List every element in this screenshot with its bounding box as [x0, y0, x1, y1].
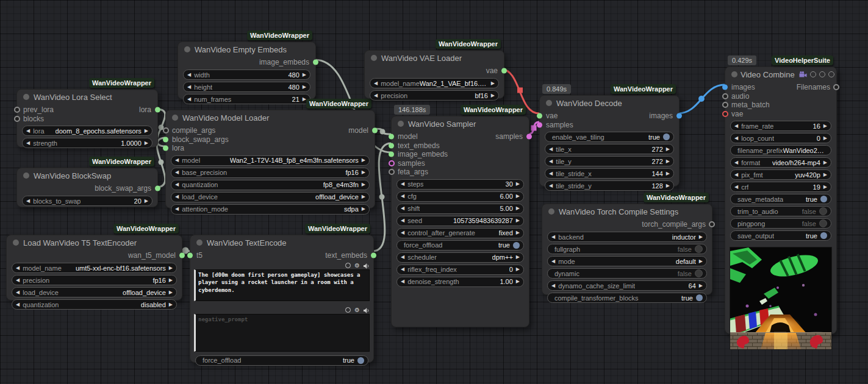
- decrement-icon[interactable]: [175, 158, 179, 163]
- collapse-dot-icon[interactable]: [371, 55, 377, 61]
- node-wanvideo-textencode[interactable]: WanVideoWrapper WanVideo TextEncode t5 t…: [190, 235, 374, 363]
- decrement-icon[interactable]: [175, 194, 179, 199]
- node-graph-canvas[interactable]: WanVideoWrapper WanVideo Lora Select pre…: [0, 0, 868, 384]
- widget-steps[interactable]: steps30: [396, 179, 524, 190]
- decrement-icon[interactable]: [734, 124, 738, 129]
- increment-icon[interactable]: [491, 81, 495, 86]
- node-titlebar[interactable]: WanVideo BlockSwap: [17, 168, 157, 183]
- increment-icon[interactable]: [516, 206, 520, 211]
- toggle-knob[interactable]: [820, 196, 827, 202]
- increment-icon[interactable]: [516, 194, 520, 199]
- decrement-icon[interactable]: [549, 147, 553, 152]
- widget-compile-transformer-blocks[interactable]: compile_transformer_blockstrue: [547, 293, 707, 303]
- decrement-icon[interactable]: [734, 160, 738, 165]
- port-dot[interactable]: [722, 85, 728, 90]
- node-wanvideo-decode[interactable]: 0.849s WanVideoWrapper WanVideo Decode v…: [539, 95, 680, 187]
- speaker-icon[interactable]: [364, 305, 370, 316]
- node-titlebar[interactable]: Video Combine ?: [725, 67, 836, 82]
- increment-icon[interactable]: [169, 266, 173, 271]
- widget-dynamic[interactable]: dynamicfalse: [547, 268, 707, 279]
- collapse-dot-icon[interactable]: [184, 46, 190, 52]
- port-dot[interactable]: [526, 134, 532, 140]
- port-dot[interactable]: [372, 128, 378, 133]
- widget-precision[interactable]: precisionfp16: [12, 275, 177, 285]
- decrement-icon[interactable]: [175, 182, 179, 187]
- collapse-dot-icon[interactable]: [172, 115, 178, 121]
- decrement-icon[interactable]: [401, 230, 404, 235]
- gear-icon[interactable]: [354, 308, 360, 313]
- decrement-icon[interactable]: [16, 266, 20, 271]
- widget-format[interactable]: formatvideo/h264-mp4: [730, 157, 831, 168]
- widget-crf[interactable]: crf19: [730, 182, 831, 192]
- collapse-dot-icon[interactable]: [398, 121, 404, 127]
- increment-icon[interactable]: [699, 283, 703, 288]
- node-titlebar[interactable]: WanVideo Empty Embeds: [178, 42, 315, 57]
- decrement-icon[interactable]: [175, 207, 179, 212]
- increment-icon[interactable]: [362, 194, 365, 199]
- increment-icon[interactable]: [823, 185, 827, 190]
- circle-icon[interactable]: [345, 307, 351, 313]
- widget-tile-stride-x[interactable]: tile_stride_x144: [545, 168, 674, 179]
- widget-frame-rate[interactable]: frame_rate16: [730, 121, 831, 131]
- node-wanvideo-vae-loader[interactable]: WanVideoWrapper WanVideo VAE Loader vae …: [364, 50, 504, 99]
- port-dot[interactable]: [537, 113, 542, 119]
- badge-icon-2[interactable]: [819, 71, 825, 77]
- collapse-dot-icon[interactable]: [546, 100, 552, 106]
- widget-loop-count[interactable]: loop_count0: [730, 133, 831, 143]
- gear-icon[interactable]: [354, 263, 360, 268]
- increment-icon[interactable]: [666, 183, 670, 188]
- widget-scheduler[interactable]: schedulerdpm++: [396, 252, 524, 263]
- decrement-icon[interactable]: [374, 81, 378, 86]
- increment-icon[interactable]: [169, 302, 173, 307]
- node-titlebar[interactable]: WanVideo Torch Compile Settings: [542, 204, 712, 219]
- decrement-icon[interactable]: [26, 199, 30, 204]
- node-wanvideo-lora-select[interactable]: WanVideoWrapper WanVideo Lora Select pre…: [16, 89, 158, 148]
- decrement-icon[interactable]: [16, 278, 20, 283]
- widget-fullgraph[interactable]: fullgraphfalse: [547, 244, 707, 254]
- increment-icon[interactable]: [491, 93, 495, 98]
- increment-icon[interactable]: [362, 158, 365, 163]
- port-dot[interactable]: [155, 107, 160, 113]
- decrement-icon[interactable]: [734, 172, 738, 177]
- widget-tile-stride-y[interactable]: tile_stride_y128: [545, 180, 674, 191]
- port-dot[interactable]: [709, 221, 715, 227]
- decrement-icon[interactable]: [551, 259, 555, 264]
- widget-pix-fmt[interactable]: pix_fmtyuv420p: [730, 169, 831, 180]
- node-titlebar[interactable]: WanVideo Model Loader: [166, 110, 375, 125]
- decrement-icon[interactable]: [551, 235, 555, 240]
- widget-strength[interactable]: strength1.0000: [22, 138, 152, 148]
- widget-quantization[interactable]: quantizationdisabled: [12, 299, 177, 310]
- toggle-knob[interactable]: [695, 269, 703, 277]
- widget-denoise-strength[interactable]: denoise_strength1.00: [396, 277, 524, 287]
- node-titlebar[interactable]: WanVideo Sampler: [392, 116, 529, 131]
- increment-icon[interactable]: [516, 218, 520, 223]
- widget-num-frames[interactable]: num_frames21: [183, 94, 310, 104]
- widget-blocks-to-swap[interactable]: blocks_to_swap20: [22, 196, 152, 206]
- increment-icon[interactable]: [145, 129, 148, 133]
- port-dot[interactable]: [163, 137, 168, 142]
- increment-icon[interactable]: [666, 147, 670, 152]
- port-dot[interactable]: [14, 116, 20, 122]
- port-dot[interactable]: [371, 253, 376, 258]
- widget-quantization[interactable]: quantizationfp8_e4m3fn: [171, 180, 370, 190]
- negative-prompt-textarea[interactable]: [194, 314, 370, 352]
- toggle-knob[interactable]: [819, 207, 827, 215]
- increment-icon[interactable]: [169, 290, 173, 295]
- port-dot[interactable]: [833, 84, 839, 90]
- port-dot[interactable]: [722, 93, 728, 99]
- increment-icon[interactable]: [362, 182, 365, 187]
- port-dot[interactable]: [389, 143, 394, 148]
- increment-icon[interactable]: [303, 73, 306, 77]
- increment-icon[interactable]: [666, 159, 670, 164]
- increment-icon[interactable]: [699, 259, 703, 264]
- widget-tile-x[interactable]: tile_x272: [545, 144, 674, 154]
- decrement-icon[interactable]: [26, 141, 30, 146]
- increment-icon[interactable]: [699, 235, 703, 240]
- increment-icon[interactable]: [516, 182, 520, 187]
- widget-load-device[interactable]: load_deviceoffload_device: [171, 192, 370, 202]
- increment-icon[interactable]: [145, 141, 148, 146]
- widget-load-device[interactable]: load_deviceoffload_device: [12, 287, 177, 297]
- port-dot[interactable]: [163, 146, 168, 151]
- widget-lora[interactable]: loradoom_8_epochs.safetensors: [22, 126, 152, 136]
- widget-force-offload[interactable]: force_offloadtrue: [195, 355, 368, 366]
